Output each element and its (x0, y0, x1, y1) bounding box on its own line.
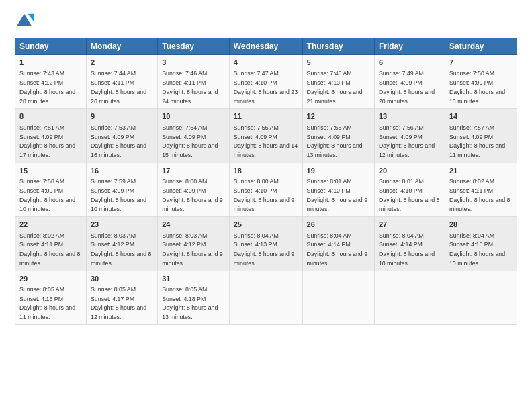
day-info: Sunrise: 8:05 AMSunset: 4:16 PMDaylight:… (19, 286, 75, 320)
day-number: 26 (307, 220, 370, 230)
day-info: Sunrise: 7:49 AMSunset: 4:09 PMDaylight:… (379, 70, 435, 104)
header-tuesday: Tuesday (158, 38, 230, 55)
calendar-header-row: SundayMondayTuesdayWednesdayThursdayFrid… (15, 38, 517, 55)
day-cell: 2Sunrise: 7:44 AMSunset: 4:11 PMDaylight… (86, 55, 157, 109)
day-cell: 20Sunrise: 8:01 AMSunset: 4:10 PMDayligh… (374, 163, 445, 216)
day-cell (445, 271, 517, 324)
day-number: 21 (449, 166, 513, 176)
day-number: 27 (379, 220, 441, 230)
day-cell: 29Sunrise: 8:05 AMSunset: 4:16 PMDayligh… (15, 271, 87, 324)
week-row-5: 29Sunrise: 8:05 AMSunset: 4:16 PMDayligh… (15, 271, 517, 324)
header-saturday: Saturday (445, 38, 517, 55)
day-number: 1 (19, 58, 82, 68)
day-cell: 12Sunrise: 7:55 AMSunset: 4:09 PMDayligh… (302, 109, 374, 163)
day-number: 5 (307, 58, 370, 68)
logo (15, 12, 36, 31)
day-cell: 18Sunrise: 8:00 AMSunset: 4:10 PMDayligh… (229, 163, 302, 216)
day-cell: 15Sunrise: 7:58 AMSunset: 4:09 PMDayligh… (15, 163, 87, 216)
day-number: 9 (91, 111, 153, 122)
day-number: 18 (234, 166, 298, 176)
header-wednesday: Wednesday (229, 38, 302, 55)
day-cell: 24Sunrise: 8:03 AMSunset: 4:12 PMDayligh… (158, 217, 230, 271)
day-number: 14 (449, 111, 513, 122)
day-cell: 10Sunrise: 7:54 AMSunset: 4:09 PMDayligh… (158, 109, 230, 163)
day-info: Sunrise: 7:48 AMSunset: 4:10 PMDaylight:… (307, 70, 363, 104)
day-number: 20 (379, 166, 441, 176)
day-info: Sunrise: 8:03 AMSunset: 4:12 PMDaylight:… (91, 232, 151, 267)
day-cell: 4Sunrise: 7:47 AMSunset: 4:10 PMDaylight… (229, 55, 302, 109)
day-info: Sunrise: 7:58 AMSunset: 4:09 PMDaylight:… (19, 178, 75, 212)
day-cell: 27Sunrise: 8:04 AMSunset: 4:14 PMDayligh… (374, 217, 445, 271)
day-number: 22 (19, 220, 82, 230)
day-info: Sunrise: 7:50 AMSunset: 4:09 PMDaylight:… (449, 70, 505, 104)
day-cell: 5Sunrise: 7:48 AMSunset: 4:10 PMDaylight… (302, 55, 374, 109)
day-cell: 25Sunrise: 8:04 AMSunset: 4:13 PMDayligh… (229, 217, 302, 271)
day-info: Sunrise: 7:57 AMSunset: 4:09 PMDaylight:… (449, 124, 505, 158)
day-number: 23 (91, 220, 153, 230)
day-info: Sunrise: 7:46 AMSunset: 4:11 PMDaylight:… (162, 70, 218, 104)
day-info: Sunrise: 8:05 AMSunset: 4:18 PMDaylight:… (162, 286, 218, 320)
day-cell: 26Sunrise: 8:04 AMSunset: 4:14 PMDayligh… (302, 217, 374, 271)
day-number: 2 (91, 58, 153, 68)
day-number: 11 (234, 111, 298, 122)
day-info: Sunrise: 7:55 AMSunset: 4:09 PMDaylight:… (307, 124, 363, 158)
day-cell: 13Sunrise: 7:56 AMSunset: 4:09 PMDayligh… (374, 109, 445, 163)
day-number: 15 (19, 166, 82, 176)
day-number: 24 (162, 220, 225, 230)
day-info: Sunrise: 8:04 AMSunset: 4:14 PMDaylight:… (379, 232, 435, 267)
day-cell: 7Sunrise: 7:50 AMSunset: 4:09 PMDaylight… (445, 55, 517, 109)
day-cell: 3Sunrise: 7:46 AMSunset: 4:11 PMDaylight… (158, 55, 230, 109)
day-cell: 1Sunrise: 7:43 AMSunset: 4:12 PMDaylight… (15, 55, 87, 109)
day-cell (229, 271, 302, 324)
day-cell (302, 271, 374, 324)
day-info: Sunrise: 8:04 AMSunset: 4:13 PMDaylight:… (234, 232, 294, 267)
day-cell: 8Sunrise: 7:51 AMSunset: 4:09 PMDaylight… (15, 109, 87, 163)
day-cell: 14Sunrise: 7:57 AMSunset: 4:09 PMDayligh… (445, 109, 517, 163)
day-info: Sunrise: 8:05 AMSunset: 4:17 PMDaylight:… (91, 286, 146, 320)
day-info: Sunrise: 7:54 AMSunset: 4:09 PMDaylight:… (162, 124, 218, 158)
day-info: Sunrise: 8:02 AMSunset: 4:11 PMDaylight:… (449, 178, 510, 212)
header-sunday: Sunday (15, 38, 87, 55)
day-number: 31 (162, 274, 225, 284)
day-info: Sunrise: 7:43 AMSunset: 4:12 PMDaylight:… (19, 70, 75, 104)
day-info: Sunrise: 7:59 AMSunset: 4:09 PMDaylight:… (91, 178, 146, 212)
calendar-table: SundayMondayTuesdayWednesdayThursdayFrid… (15, 38, 517, 325)
day-info: Sunrise: 7:56 AMSunset: 4:09 PMDaylight:… (379, 124, 435, 158)
day-cell: 6Sunrise: 7:49 AMSunset: 4:09 PMDaylight… (374, 55, 445, 109)
day-cell: 21Sunrise: 8:02 AMSunset: 4:11 PMDayligh… (445, 163, 517, 216)
week-row-2: 8Sunrise: 7:51 AMSunset: 4:09 PMDaylight… (15, 109, 517, 163)
day-cell: 28Sunrise: 8:04 AMSunset: 4:15 PMDayligh… (445, 217, 517, 271)
day-number: 25 (234, 220, 298, 230)
day-number: 8 (19, 111, 82, 122)
day-cell: 31Sunrise: 8:05 AMSunset: 4:18 PMDayligh… (158, 271, 230, 324)
day-info: Sunrise: 7:44 AMSunset: 4:11 PMDaylight:… (91, 70, 146, 104)
day-cell: 16Sunrise: 7:59 AMSunset: 4:09 PMDayligh… (86, 163, 157, 216)
day-cell (374, 271, 445, 324)
day-number: 28 (449, 220, 513, 230)
day-number: 29 (19, 274, 82, 284)
day-info: Sunrise: 8:00 AMSunset: 4:09 PMDaylight:… (162, 178, 222, 212)
day-number: 7 (449, 58, 513, 68)
header-friday: Friday (374, 38, 445, 55)
day-number: 30 (91, 274, 153, 284)
week-row-4: 22Sunrise: 8:02 AMSunset: 4:11 PMDayligh… (15, 217, 517, 271)
day-number: 19 (307, 166, 370, 176)
header (15, 12, 517, 31)
day-info: Sunrise: 8:01 AMSunset: 4:10 PMDaylight:… (307, 178, 367, 212)
day-number: 17 (162, 166, 225, 176)
week-row-3: 15Sunrise: 7:58 AMSunset: 4:09 PMDayligh… (15, 163, 517, 216)
day-info: Sunrise: 8:03 AMSunset: 4:12 PMDaylight:… (162, 232, 222, 267)
day-cell: 9Sunrise: 7:53 AMSunset: 4:09 PMDaylight… (86, 109, 157, 163)
logo-icon (15, 12, 34, 31)
day-info: Sunrise: 7:47 AMSunset: 4:10 PMDaylight:… (234, 70, 298, 104)
day-number: 16 (91, 166, 153, 176)
header-thursday: Thursday (302, 38, 374, 55)
day-number: 12 (307, 111, 370, 122)
day-cell: 30Sunrise: 8:05 AMSunset: 4:17 PMDayligh… (86, 271, 157, 324)
day-number: 10 (162, 111, 225, 122)
day-number: 4 (234, 58, 298, 68)
day-cell: 23Sunrise: 8:03 AMSunset: 4:12 PMDayligh… (86, 217, 157, 271)
day-info: Sunrise: 7:53 AMSunset: 4:09 PMDaylight:… (91, 124, 146, 158)
day-number: 3 (162, 58, 225, 68)
day-cell: 22Sunrise: 8:02 AMSunset: 4:11 PMDayligh… (15, 217, 87, 271)
